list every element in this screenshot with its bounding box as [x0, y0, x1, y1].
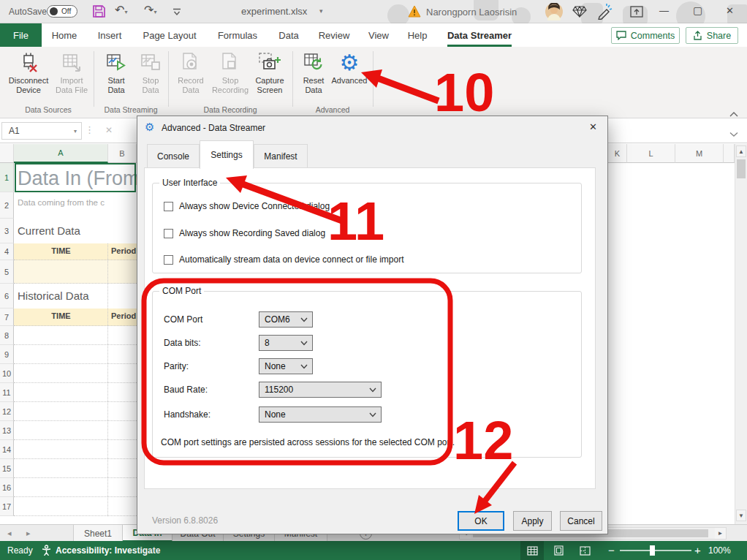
pen-tool-icon[interactable] [596, 4, 613, 23]
handshake-select[interactable]: None [259, 406, 382, 423]
checkbox-label[interactable]: Automatically stream data on device conn… [179, 254, 403, 265]
tab-data-streamer[interactable]: Data Streamer [444, 23, 515, 47]
zoom-level[interactable]: 100% [708, 545, 731, 556]
sheet-nav-right-icon[interactable]: ▸ [26, 529, 31, 538]
page-layout-view-button[interactable] [547, 541, 570, 560]
page-break-preview-button[interactable] [573, 541, 596, 560]
empty-row[interactable] [14, 497, 137, 516]
undo-button[interactable]: ↶▾ [115, 3, 127, 17]
close-button[interactable]: ✕ [726, 5, 734, 16]
zoom-slider-thumb[interactable] [650, 545, 655, 556]
checkbox-label[interactable]: Always show Recording Saved dialog [179, 228, 325, 238]
customize-quick-access-toolbar-icon[interactable] [172, 6, 181, 19]
row-header-1[interactable]: 1 [0, 163, 14, 192]
sheet-grid-left[interactable]: Data In (From Data coming from the c Cur… [14, 163, 137, 524]
maximize-button[interactable]: ▢ [693, 4, 702, 16]
stop-recording-button[interactable]: StopRecording [211, 50, 250, 105]
checkbox-recording-saved[interactable] [164, 229, 173, 238]
com-port-select[interactable]: COM6 [259, 311, 313, 328]
row-header-7[interactable]: 7 [0, 309, 14, 326]
tab-insert[interactable]: Insert [94, 23, 126, 47]
tab-review[interactable]: Review [316, 23, 352, 47]
scroll-down-arrow[interactable]: ▼ [736, 510, 746, 521]
data-bits-select[interactable]: 8 [259, 335, 313, 351]
tab-home[interactable]: Home [48, 23, 80, 47]
empty-row[interactable] [14, 440, 137, 459]
parity-select[interactable]: None [259, 358, 313, 374]
sheet-tab-sheet1[interactable]: Sheet1 [73, 525, 123, 542]
scroll-right-arrow[interactable]: ► [715, 528, 726, 539]
checkbox-device-connected[interactable] [164, 202, 173, 211]
sheet-nav-left-icon[interactable]: ◂ [7, 529, 12, 538]
column-header-l[interactable]: L [627, 144, 675, 163]
tab-file[interactable]: File [0, 23, 42, 47]
disconnect-device-button[interactable]: DisconnectDevice [6, 50, 51, 105]
cell-a3-current-data[interactable]: Current Data [18, 224, 137, 237]
collapse-ribbon-icon[interactable] [729, 107, 738, 120]
start-data-button[interactable]: StartData [98, 50, 134, 105]
share-button[interactable]: Share [686, 27, 738, 44]
row-header-15[interactable]: 15 [0, 459, 14, 478]
row-header-6[interactable]: 6 [0, 284, 14, 309]
redo-button[interactable]: ↷▾ [144, 3, 156, 17]
row-header-3[interactable]: 3 [0, 219, 14, 243]
apply-button[interactable]: Apply [513, 511, 552, 531]
save-icon[interactable] [92, 4, 106, 21]
row-header-11[interactable]: 11 [0, 383, 14, 402]
row-header-4[interactable]: 4 [0, 243, 14, 260]
cell-a2-subtitle[interactable]: Data coming from the c [18, 198, 137, 207]
stop-data-button[interactable]: StopData [136, 50, 165, 105]
dialog-tab-console[interactable]: Console [147, 144, 200, 168]
zoom-in-button[interactable]: + [694, 544, 701, 556]
dialog-tab-settings[interactable]: Settings [200, 140, 254, 169]
checkbox-auto-stream[interactable] [164, 255, 173, 265]
column-header-m[interactable]: M [675, 144, 724, 163]
record-data-button[interactable]: RecordData [172, 50, 209, 105]
current-data-value-row[interactable] [14, 260, 137, 284]
cell-a4-time-header[interactable]: TIME [14, 246, 108, 255]
cell-b7-period-header[interactable]: Period [111, 311, 137, 320]
reset-data-button[interactable]: ResetData [297, 50, 330, 105]
scroll-up-arrow[interactable]: ▲ [736, 145, 746, 157]
empty-row[interactable] [14, 421, 137, 440]
comments-button[interactable]: Comments [611, 27, 680, 44]
column-header-partial[interactable] [724, 144, 735, 163]
empty-row[interactable] [14, 478, 137, 497]
import-data-file-button[interactable]: ImportData File [53, 50, 91, 105]
row-header-5[interactable]: 5 [0, 260, 14, 284]
document-title[interactable]: experiment.xlsx [241, 6, 307, 17]
historical-data-header-row[interactable]: TIME Period [14, 309, 137, 326]
zoom-slider-track[interactable] [620, 550, 691, 551]
checkbox-label[interactable]: Always show Device Connected dialog [179, 201, 330, 211]
tab-data[interactable]: Data [275, 23, 303, 47]
cell-b4-period-header[interactable]: Period [111, 246, 137, 255]
dialog-close-icon[interactable]: ✕ [589, 121, 597, 132]
tab-view[interactable]: View [364, 23, 393, 47]
tab-page-layout[interactable]: Page Layout [140, 23, 199, 47]
empty-row[interactable] [14, 402, 137, 421]
status-accessibility[interactable]: Accessibility: Investigate [56, 545, 160, 556]
row-header-9[interactable]: 9 [0, 345, 14, 364]
autosave-toggle[interactable]: Off [47, 5, 77, 18]
advanced-button[interactable]: ⚙ Advanced [330, 50, 368, 105]
column-header-a[interactable]: A [14, 144, 108, 163]
tab-help[interactable]: Help [403, 23, 431, 47]
current-data-header-row[interactable]: TIME Period [14, 243, 137, 260]
row-header-17[interactable]: 17 [0, 497, 14, 516]
minimize-button[interactable]: — [659, 5, 669, 16]
empty-row[interactable] [14, 364, 137, 383]
column-header-k[interactable]: K [608, 144, 627, 163]
row-header-12[interactable]: 12 [0, 402, 14, 421]
gem-icon[interactable] [572, 6, 587, 20]
row-header-8[interactable]: 8 [0, 326, 14, 345]
row-header-14[interactable]: 14 [0, 440, 14, 459]
formula-cancel-icon[interactable]: ✕ [105, 125, 113, 135]
formula-bar-expand-icon[interactable] [729, 127, 738, 140]
cancel-button[interactable]: Cancel [560, 511, 602, 531]
dialog-tab-manifest[interactable]: Manifest [254, 144, 308, 168]
column-header-b[interactable]: B [108, 144, 137, 163]
ok-button[interactable]: OK [458, 511, 504, 531]
name-box-dropdown-icon[interactable]: ▾ [74, 128, 77, 135]
tab-formulas[interactable]: Formulas [215, 23, 260, 47]
baud-rate-select[interactable]: 115200 [259, 382, 382, 398]
